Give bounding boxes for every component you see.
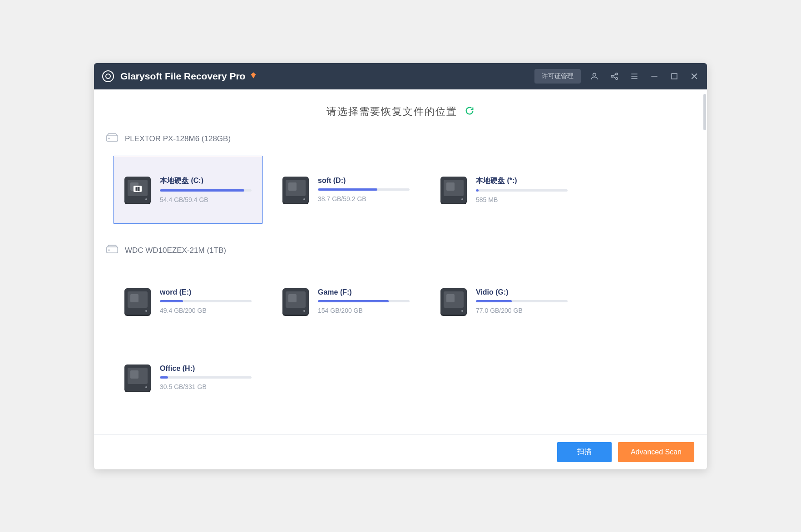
- disk-header: WDC WD10EZEX-21M (1TB): [100, 241, 701, 260]
- partition-label: Vidio (G:): [476, 288, 568, 296]
- partition-drive-icon: [282, 288, 309, 315]
- disk-list: PLEXTOR PX-128M6 (128GB)本地硬盘 (C:)54.4 GB…: [94, 129, 707, 434]
- partition-card[interactable]: Vidio (G:)77.0 GB/200 GB: [429, 267, 579, 335]
- svg-point-8: [109, 250, 109, 251]
- partition-info: Game (F:)154 GB/200 GB: [318, 288, 410, 314]
- partition-label: soft (D:): [318, 177, 410, 185]
- disk-drive-icon: [106, 245, 119, 256]
- usage-bar: [476, 300, 568, 302]
- partition-drive-icon: [124, 365, 151, 391]
- partition-label: word (E:): [160, 288, 252, 296]
- partition-size: 49.4 GB/200 GB: [160, 307, 252, 314]
- partition-card[interactable]: 本地硬盘 (C:)54.4 GB/59.4 GB: [113, 156, 263, 224]
- partition-label: Office (H:): [160, 365, 252, 373]
- partition-info: soft (D:)38.7 GB/59.2 GB: [318, 177, 410, 202]
- user-icon[interactable]: [590, 72, 599, 81]
- diamond-icon: [250, 72, 257, 81]
- partition-info: 本地硬盘 (*:)585 MB: [476, 176, 568, 203]
- partition-grid: 本地硬盘 (C:)54.4 GB/59.4 GBsoft (D:)38.7 GB…: [100, 156, 701, 237]
- partition-drive-icon: [124, 177, 151, 203]
- disk-header: PLEXTOR PX-128M6 (128GB): [100, 129, 701, 148]
- share-icon[interactable]: [610, 72, 619, 81]
- minimize-icon[interactable]: [650, 72, 659, 81]
- usage-bar: [160, 300, 252, 302]
- usage-bar: [160, 189, 252, 192]
- partition-grid: word (E:)49.4 GB/200 GBGame (F:)154 GB/2…: [100, 267, 701, 425]
- partition-size: 585 MB: [476, 196, 568, 203]
- partition-label: 本地硬盘 (C:): [160, 176, 252, 186]
- titlebar-controls: [590, 72, 699, 81]
- maximize-icon[interactable]: [670, 72, 679, 81]
- disk-name: WDC WD10EZEX-21M (1TB): [125, 246, 226, 255]
- partition-drive-icon: [124, 288, 151, 315]
- disk-drive-icon: [106, 133, 119, 145]
- partition-drive-icon: [440, 288, 467, 315]
- titlebar: Glarysoft File Recovery Pro 许可证管理: [94, 63, 707, 89]
- usage-bar: [160, 376, 252, 379]
- partition-card[interactable]: soft (D:)38.7 GB/59.2 GB: [271, 156, 421, 224]
- partition-info: Office (H:)30.5 GB/331 GB: [160, 365, 252, 390]
- close-icon[interactable]: [690, 72, 699, 81]
- advanced-scan-button[interactable]: Advanced Scan: [618, 442, 694, 462]
- menu-icon[interactable]: [630, 72, 639, 81]
- app-title: Glarysoft File Recovery Pro: [120, 71, 245, 82]
- partition-info: Vidio (G:)77.0 GB/200 GB: [476, 288, 568, 314]
- partition-label: 本地硬盘 (*:): [476, 176, 568, 186]
- partition-card[interactable]: Game (F:)154 GB/200 GB: [271, 267, 421, 335]
- refresh-icon[interactable]: [465, 106, 475, 118]
- svg-point-0: [593, 73, 596, 76]
- app-window: Glarysoft File Recovery Pro 许可证管理 请选择需要恢…: [94, 63, 707, 469]
- partition-size: 77.0 GB/200 GB: [476, 307, 568, 314]
- scrollbar-thumb[interactable]: [703, 94, 706, 130]
- svg-point-6: [109, 138, 109, 139]
- heading-row: 请选择需要恢复文件的位置: [94, 105, 707, 118]
- scan-button[interactable]: 扫描: [557, 442, 612, 462]
- content-area: 请选择需要恢复文件的位置 PLEXTOR PX-128M6 (128GB)本地硬…: [94, 89, 707, 434]
- app-logo-icon: [102, 70, 114, 82]
- partition-size: 30.5 GB/331 GB: [160, 383, 252, 390]
- license-button[interactable]: 许可证管理: [534, 69, 581, 84]
- usage-bar: [476, 189, 568, 192]
- disk-section: PLEXTOR PX-128M6 (128GB)本地硬盘 (C:)54.4 GB…: [100, 129, 701, 237]
- partition-info: word (E:)49.4 GB/200 GB: [160, 288, 252, 314]
- partition-info: 本地硬盘 (C:)54.4 GB/59.4 GB: [160, 176, 252, 203]
- partition-drive-icon: [440, 177, 467, 203]
- partition-label: Game (F:): [318, 288, 410, 296]
- partition-drive-icon: [282, 177, 309, 203]
- disk-section: WDC WD10EZEX-21M (1TB)word (E:)49.4 GB/2…: [100, 241, 701, 425]
- partition-size: 154 GB/200 GB: [318, 307, 410, 314]
- partition-card[interactable]: word (E:)49.4 GB/200 GB: [113, 267, 263, 335]
- partition-size: 38.7 GB/59.2 GB: [318, 195, 410, 202]
- partition-size: 54.4 GB/59.4 GB: [160, 196, 252, 203]
- partition-card[interactable]: Office (H:)30.5 GB/331 GB: [113, 344, 263, 412]
- usage-bar: [318, 300, 410, 302]
- svg-rect-4: [672, 74, 677, 79]
- usage-bar: [318, 188, 410, 191]
- partition-card[interactable]: 本地硬盘 (*:)585 MB: [429, 156, 579, 224]
- disk-name: PLEXTOR PX-128M6 (128GB): [125, 134, 231, 143]
- footer: 扫描 Advanced Scan: [94, 434, 707, 469]
- page-heading: 请选择需要恢复文件的位置: [326, 105, 457, 118]
